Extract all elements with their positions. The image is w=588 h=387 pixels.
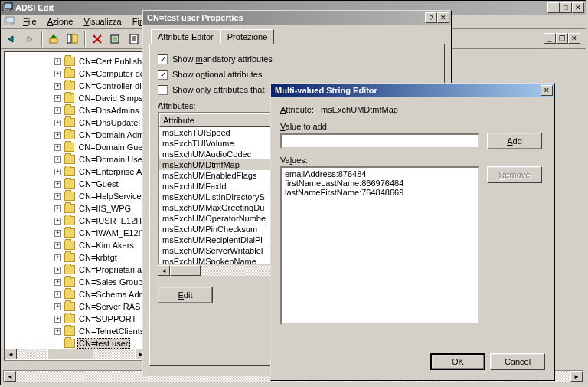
chk-mandatory[interactable]: ✓ — [158, 54, 168, 64]
tree-item[interactable]: +CN=Server RAS — [51, 300, 149, 313]
tree-item[interactable]: +CN=Domain User — [51, 153, 149, 166]
expand-icon[interactable]: + — [54, 279, 61, 286]
ok-button[interactable]: OK — [430, 353, 485, 370]
values-listbox[interactable]: emailAddress:876484firstNameLastName:866… — [280, 166, 479, 325]
add-button[interactable]: Add — [487, 133, 542, 149]
expand-icon[interactable]: + — [54, 120, 61, 126]
tree-item[interactable]: +CN=Guest — [51, 178, 149, 190]
edit-button[interactable]: Edit — [158, 287, 213, 303]
attribute-item[interactable]: msExchUMAudioCodec — [159, 149, 285, 159]
expand-icon[interactable]: + — [54, 156, 61, 163]
menu-actions[interactable]: Azione — [42, 15, 79, 28]
expand-icon[interactable]: + — [54, 316, 61, 323]
scroll-thumb[interactable] — [47, 349, 93, 359]
expand-icon[interactable]: + — [54, 71, 61, 77]
tree-item[interactable]: +CN=IIS_WPG — [51, 202, 149, 215]
mdi-restore[interactable]: ❐ — [556, 33, 568, 44]
tree-item[interactable]: +CN=TelnetClients — [51, 325, 149, 337]
close-button[interactable]: ✕ — [572, 2, 584, 13]
value-to-add-input[interactable] — [280, 133, 479, 149]
expand-icon[interactable]: + — [54, 58, 61, 65]
expand-icon[interactable]: + — [54, 83, 61, 90]
tree-item[interactable]: +CN=DnsAdmins — [51, 104, 149, 116]
tree-item[interactable]: +CN=Cert Publishe — [51, 55, 149, 67]
chk-optional[interactable]: ✓ — [158, 70, 168, 80]
menu-file[interactable]: File — [18, 15, 42, 28]
value-item[interactable]: lastNameFirstName:764848669 — [283, 188, 476, 197]
close-button[interactable]: ✕ — [541, 85, 553, 96]
expand-icon[interactable]: + — [54, 267, 61, 274]
chk-only-values[interactable] — [158, 85, 168, 95]
tree-item[interactable]: +CN=Sales Group — [51, 276, 149, 288]
expand-icon[interactable]: + — [54, 218, 61, 225]
attribute-item[interactable]: msExchUMListInDirectoryS — [159, 192, 285, 202]
attribute-item[interactable]: msExchUMEnabledFlags — [159, 170, 285, 181]
tree-item[interactable]: +CN=krbtgt — [51, 251, 149, 264]
mdi-minimize[interactable]: _ — [544, 33, 556, 44]
mdi-close[interactable]: ✕ — [568, 33, 580, 44]
tree-item[interactable]: +CN=IUSR_E12IT — [51, 215, 149, 227]
tab-protection[interactable]: Protezione — [220, 29, 275, 44]
forward-button[interactable] — [21, 31, 38, 48]
expand-icon[interactable]: + — [54, 107, 61, 114]
attr-hscrollbar[interactable]: ◄ ► — [158, 265, 286, 276]
maximize-button[interactable]: □ — [560, 2, 572, 13]
attribute-item[interactable]: msExchUMOperatorNumbe — [159, 213, 285, 224]
scroll-right-icon[interactable]: ► — [570, 371, 583, 382]
attribute-item[interactable]: msExchUMServerWritableF — [159, 245, 285, 256]
expand-icon[interactable]: + — [54, 95, 61, 102]
attribute-item[interactable]: msExchTUISpeed — [159, 127, 285, 138]
scroll-left-icon[interactable]: ◄ — [158, 265, 170, 276]
expand-icon[interactable]: + — [54, 205, 61, 212]
tree-view[interactable]: +CN=Cert Publishe+CN=Computer de+CN=Cont… — [4, 51, 149, 361]
attribute-item[interactable]: msExchUMFaxId — [159, 181, 285, 192]
help-button[interactable]: ? — [425, 12, 437, 23]
expand-icon[interactable]: + — [54, 230, 61, 237]
tree-item[interactable]: +CN=Kim Akers — [51, 239, 149, 251]
show-tree-button[interactable] — [64, 31, 81, 48]
tree-item[interactable]: +CN=DnsUpdateP — [51, 116, 149, 129]
tree-item[interactable]: +CN=Controller di — [51, 80, 149, 92]
up-button[interactable] — [46, 31, 63, 48]
value-item[interactable]: firstNameLastName:866976484 — [283, 179, 476, 188]
tree-item[interactable]: +CN=Enterprise A — [51, 166, 149, 178]
properties-button[interactable] — [126, 31, 142, 48]
tree-item[interactable]: +CN=Computer de — [51, 67, 149, 80]
expand-icon[interactable]: + — [54, 291, 61, 298]
minimize-button[interactable]: _ — [547, 2, 560, 13]
attribute-item[interactable]: msExchUMMaxGreetingDu — [159, 202, 285, 213]
expand-icon[interactable]: + — [54, 242, 61, 249]
tree-item[interactable]: +CN=Schema Adm — [51, 288, 149, 300]
tree-item[interactable]: +CN=IWAM_E12IT — [51, 227, 149, 239]
scroll-left-icon[interactable]: ◄ — [4, 371, 16, 382]
expand-icon[interactable]: + — [54, 193, 61, 200]
tree-item[interactable]: +CN=Domain Gues — [51, 141, 149, 153]
scroll-left-icon[interactable]: ◄ — [5, 349, 17, 359]
attribute-item[interactable]: msExchUMRecipientDialPl — [159, 234, 285, 245]
expand-icon[interactable]: + — [54, 303, 61, 310]
cancel-button[interactable]: Cancel — [490, 353, 545, 370]
attribute-item[interactable]: msExchTUIVolume — [159, 138, 285, 149]
back-button[interactable] — [3, 31, 20, 48]
tree-item[interactable]: +CN=HelpServices — [51, 190, 149, 202]
remove-button[interactable]: Remove — [487, 166, 542, 183]
refresh-button[interactable] — [107, 31, 124, 48]
expand-icon[interactable]: + — [54, 169, 61, 175]
tab-attribute-editor[interactable]: Attribute Editor — [151, 29, 220, 44]
expand-icon[interactable]: + — [54, 132, 61, 139]
value-item[interactable]: emailAddress:876484 — [283, 169, 476, 179]
menu-view[interactable]: Visualizza — [78, 15, 126, 28]
tree-item[interactable]: +CN=Proprietari a — [51, 264, 149, 276]
attributes-listbox[interactable]: Attribute msExchTUISpeedmsExchTUIVolumem… — [158, 112, 286, 265]
column-header-attribute[interactable]: Attribute — [159, 113, 285, 127]
attribute-item[interactable]: msExchUMDtmfMap — [159, 159, 285, 170]
tree-hscrollbar[interactable]: ◄ ► — [5, 349, 147, 359]
tree-item[interactable]: +CN=Domain Admi — [51, 129, 149, 141]
delete-button[interactable] — [89, 31, 106, 48]
scroll-thumb[interactable] — [170, 265, 201, 276]
expand-icon[interactable]: + — [54, 328, 61, 335]
expand-icon[interactable]: + — [54, 144, 61, 151]
tree-item[interactable]: +CN=SUPPORT_3 — [51, 313, 149, 325]
expand-icon[interactable]: + — [54, 254, 61, 261]
close-button[interactable]: ✕ — [437, 12, 449, 23]
